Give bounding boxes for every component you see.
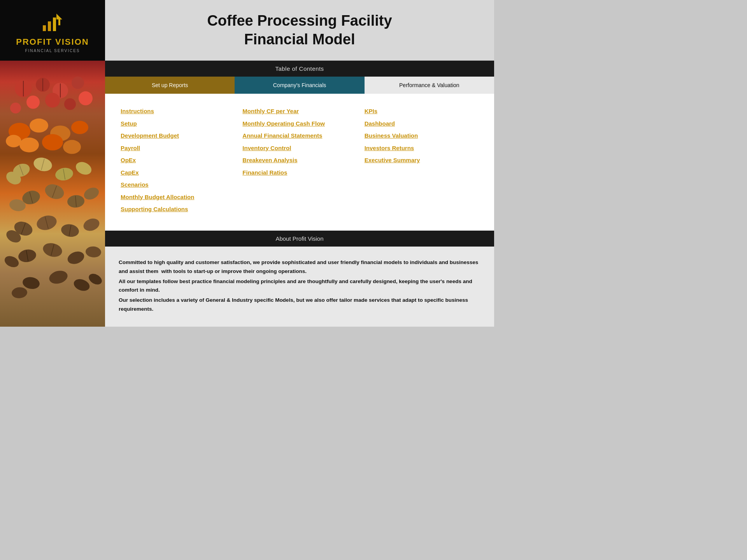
- link-inventory-control[interactable]: Inventory Control: [242, 144, 356, 152]
- link-scenarios[interactable]: Scenarios: [121, 181, 235, 189]
- toc-header: Table of Contents: [105, 61, 494, 77]
- svg-point-9: [45, 93, 60, 108]
- column-performance-valuation: KPIs Dashboard Business Valuation Invest…: [365, 107, 479, 215]
- svg-point-12: [79, 91, 93, 105]
- tab-setup-reports[interactable]: Set up Reports: [105, 77, 235, 94]
- svg-point-23: [6, 135, 21, 147]
- link-investors-returns[interactable]: Investors Returns: [365, 144, 479, 152]
- svg-marker-3: [56, 14, 62, 25]
- link-dashboard[interactable]: Dashboard: [365, 120, 479, 128]
- svg-point-20: [19, 138, 39, 152]
- title-line1: Coffee Processing Facility: [207, 12, 392, 29]
- svg-point-46: [82, 217, 101, 233]
- about-paragraph-1: Committed to high quality and customer s…: [119, 258, 480, 276]
- link-kpis[interactable]: KPIs: [365, 107, 479, 115]
- link-executive-summary[interactable]: Executive Summary: [365, 156, 479, 164]
- link-financial-ratios[interactable]: Financial Ratios: [242, 169, 356, 177]
- svg-point-53: [85, 246, 102, 258]
- link-development-budget[interactable]: Development Budget: [121, 132, 235, 140]
- svg-point-57: [72, 277, 91, 293]
- svg-point-22: [63, 140, 81, 154]
- svg-point-39: [82, 186, 101, 202]
- brand-sub: FINANCIAL SERVICES: [25, 49, 80, 53]
- svg-point-19: [71, 121, 88, 134]
- svg-point-30: [74, 160, 94, 177]
- title-line2: Financial Model: [244, 31, 355, 47]
- link-annual-financial-statements[interactable]: Annual Financial Statements: [242, 132, 356, 140]
- sidebar: PROFIT VISION FINANCIAL SERVICES: [0, 0, 105, 327]
- page-title: Coffee Processing Facility Financial Mod…: [121, 12, 479, 49]
- tab-performance-valuation[interactable]: Performance & Valuation: [365, 77, 494, 94]
- svg-point-21: [42, 134, 63, 150]
- link-monthly-operating-cash-flow[interactable]: Monthly Operating Cash Flow: [242, 120, 356, 128]
- sidebar-coffee-image: [0, 61, 105, 327]
- svg-point-7: [72, 77, 84, 89]
- svg-point-17: [30, 119, 48, 133]
- page-header: Coffee Processing Facility Financial Mod…: [105, 0, 494, 61]
- column-company-financials: Monthly CF per Year Monthly Operating Ca…: [242, 107, 356, 215]
- svg-point-59: [87, 272, 103, 287]
- link-monthly-cf-per-year[interactable]: Monthly CF per Year: [242, 107, 356, 115]
- svg-point-54: [3, 254, 20, 270]
- svg-point-55: [22, 276, 41, 290]
- svg-point-56: [48, 269, 69, 286]
- tab-company-financials[interactable]: Company's Financials: [235, 77, 364, 94]
- links-section: Instructions Setup Development Budget Pa…: [105, 94, 494, 231]
- link-breakeven-analysis[interactable]: Breakeven Analysis: [242, 156, 356, 164]
- link-opex[interactable]: OpEx: [121, 156, 235, 164]
- svg-rect-0: [43, 25, 46, 31]
- link-setup[interactable]: Setup: [121, 120, 235, 128]
- about-text: Committed to high quality and customer s…: [119, 258, 480, 313]
- svg-rect-2: [53, 18, 56, 31]
- main-content: Coffee Processing Facility Financial Mod…: [105, 0, 494, 327]
- about-paragraph-2: All our templates follow best practice f…: [119, 277, 480, 295]
- logo-icon: [41, 12, 64, 33]
- link-capex[interactable]: CapEx: [121, 169, 235, 177]
- svg-rect-1: [48, 21, 51, 31]
- about-section: Committed to high quality and customer s…: [105, 247, 494, 327]
- column-setup-reports: Instructions Setup Development Budget Pa…: [121, 107, 235, 215]
- svg-point-11: [10, 103, 21, 114]
- svg-point-8: [26, 96, 40, 109]
- tabs-row: Set up Reports Company's Financials Perf…: [105, 77, 494, 94]
- svg-point-58: [11, 287, 28, 299]
- brand-name: PROFIT VISION: [16, 37, 89, 47]
- link-supporting-calculations[interactable]: Supporting Calculations: [121, 205, 235, 213]
- link-instructions[interactable]: Instructions: [121, 107, 235, 115]
- link-payroll[interactable]: Payroll: [121, 144, 235, 152]
- logo-area: PROFIT VISION FINANCIAL SERVICES: [8, 0, 96, 61]
- about-header: About Profit Vision: [105, 231, 494, 247]
- svg-point-10: [64, 98, 76, 110]
- link-monthly-budget-allocation[interactable]: Monthly Budget Allocation: [121, 193, 235, 201]
- about-paragraph-3: Our selection includes a variety of Gene…: [119, 296, 480, 313]
- link-business-valuation[interactable]: Business Valuation: [365, 132, 479, 140]
- svg-point-52: [66, 250, 86, 266]
